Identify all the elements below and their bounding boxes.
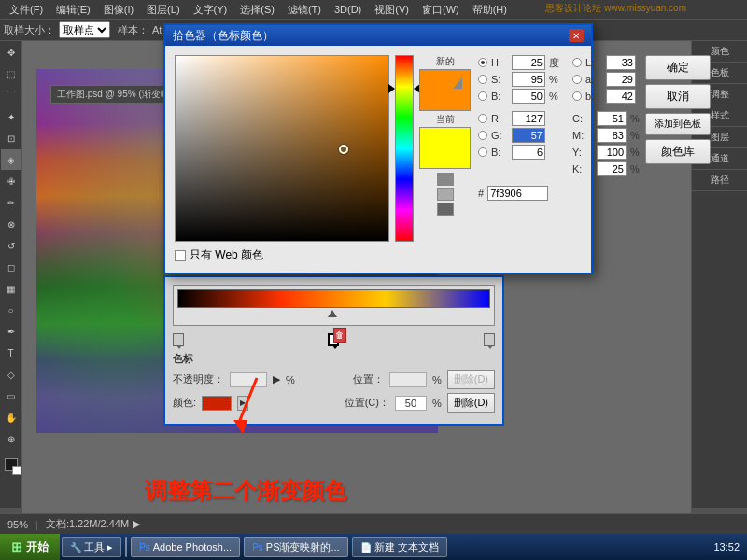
web-only-checkbox[interactable] xyxy=(175,250,186,261)
menu-view[interactable]: 视图(V) xyxy=(369,3,415,17)
tool-history[interactable]: ↺ xyxy=(1,235,21,256)
k-unit: % xyxy=(630,163,640,175)
blue-row: B: xyxy=(478,145,559,160)
b2-row: b: xyxy=(572,89,640,104)
position-pct-2: % xyxy=(432,398,442,409)
new-swatch-label: 新的 xyxy=(436,55,455,68)
color-field[interactable] xyxy=(175,55,389,242)
add-to-swatches-button[interactable]: 添加到色板 xyxy=(645,113,711,135)
photoshop-window: 文件(F) 编辑(E) 图像(I) 图层(L) 文字(Y) 选择(S) 滤镜(T… xyxy=(0,0,747,560)
web-color-row: 只有 Web 颜色 xyxy=(175,247,389,263)
sample-size-select[interactable]: 取样点 xyxy=(59,21,110,38)
hex-input[interactable] xyxy=(487,186,548,201)
y-input[interactable] xyxy=(597,145,627,160)
menu-window[interactable]: 窗口(W) xyxy=(416,3,465,17)
blue-radio[interactable] xyxy=(478,147,487,157)
tool-heal[interactable]: ✙ xyxy=(1,171,21,191)
tool-lasso[interactable]: ⌒ xyxy=(1,85,21,105)
ok-button[interactable]: 确定 xyxy=(645,55,711,80)
r-input[interactable] xyxy=(512,111,545,126)
blue-label: B: xyxy=(491,147,508,158)
color-box[interactable] xyxy=(202,396,232,411)
tool-pen[interactable]: ✒ xyxy=(1,321,21,342)
gradient-stop-top-1[interactable] xyxy=(328,310,337,317)
tool-move[interactable]: ✥ xyxy=(1,42,21,63)
s-radio[interactable] xyxy=(478,75,487,84)
menu-image[interactable]: 图像(I) xyxy=(98,3,139,17)
c-label: C: xyxy=(572,113,593,124)
gradient-bar[interactable] xyxy=(177,289,490,308)
k-input[interactable] xyxy=(597,161,627,176)
b2-radio[interactable] xyxy=(572,91,582,101)
a-radio[interactable] xyxy=(572,75,582,84)
r-radio[interactable] xyxy=(478,114,487,123)
blue-input[interactable] xyxy=(512,145,545,160)
b-input[interactable] xyxy=(512,89,545,104)
menu-help[interactable]: 帮助(H) xyxy=(467,3,513,17)
gradient-stop-bottom-right[interactable] xyxy=(484,333,495,346)
tool-zoom[interactable]: ⊕ xyxy=(1,428,21,449)
tool-dodge[interactable]: ○ xyxy=(1,300,21,320)
menu-layer[interactable]: 图层(L) xyxy=(141,3,185,17)
tool-stamp[interactable]: ⊗ xyxy=(1,214,21,234)
menu-edit[interactable]: 编辑(E) xyxy=(50,3,96,17)
start-button[interactable]: ⊞ 开始 xyxy=(0,534,60,560)
color-library-button[interactable]: 颜色库 xyxy=(645,139,711,164)
new-color-swatch[interactable] xyxy=(419,69,471,111)
taskbar-photoshop[interactable]: Ps Adobe Photosh... xyxy=(131,537,240,557)
tool-crop[interactable]: ⊡ xyxy=(1,128,21,148)
l-input[interactable] xyxy=(606,55,636,70)
trash-icon[interactable]: 🗑 xyxy=(330,329,346,343)
position-input-2[interactable] xyxy=(395,396,427,411)
b-radio[interactable] xyxy=(478,91,487,101)
icon-swatch-3 xyxy=(437,203,454,216)
tool-brush[interactable]: ✏ xyxy=(1,192,21,213)
h-input[interactable] xyxy=(512,55,545,70)
dialog-body: 只有 Web 颜色 新的 当前 xyxy=(165,46,591,273)
tool-gradient[interactable]: ▦ xyxy=(1,278,21,299)
red-arrow-annotation xyxy=(229,369,285,446)
h-row: H: 度 xyxy=(478,55,559,70)
values-and-buttons: H: 度 S: % xyxy=(478,55,711,176)
h-radio[interactable] xyxy=(478,58,487,67)
l-label: L: xyxy=(585,57,602,68)
tool-eyedropper[interactable]: ◈ xyxy=(1,149,21,170)
c-input[interactable] xyxy=(597,111,627,126)
hue-slider[interactable] xyxy=(395,55,414,242)
menu-file[interactable]: 文件(F) xyxy=(4,3,49,17)
b2-input[interactable] xyxy=(606,89,636,104)
g-input[interactable] xyxy=(512,128,545,143)
hex-symbol: # xyxy=(478,188,484,199)
tool-hand[interactable]: ✋ xyxy=(1,407,21,427)
menu-filter[interactable]: 滤镜(T) xyxy=(282,3,327,17)
m-input[interactable] xyxy=(597,128,627,143)
taskbar: ⊞ 开始 🔧 工具 ▸ Ps Adobe Photosh... Ps PS渐变映… xyxy=(0,534,747,560)
tool-select[interactable]: ⬚ xyxy=(1,63,21,84)
m-row: M: % xyxy=(572,128,640,143)
s-input[interactable] xyxy=(512,72,545,87)
taskbar-ps-gradient[interactable]: Ps PS渐变映射的... xyxy=(244,537,348,557)
menu-3d[interactable]: 3D(D) xyxy=(329,4,367,15)
tool-fg-color[interactable] xyxy=(1,455,21,475)
c-row: C: % xyxy=(572,111,640,126)
g-radio[interactable] xyxy=(478,131,487,140)
tool-wand[interactable]: ✦ xyxy=(1,106,21,127)
gradient-editor: 🗑 色标 不透明度： ▶ % 位置： % 删除(D) xyxy=(163,275,504,426)
taskbar-tools[interactable]: 🔧 工具 ▸ xyxy=(62,537,121,557)
l-radio[interactable] xyxy=(572,58,582,67)
taskbar-new-doc[interactable]: 📄 新建 文本文档 xyxy=(352,537,447,557)
tool-text[interactable]: T xyxy=(1,343,21,363)
position-label-1: 位置： xyxy=(353,372,384,386)
g-row: G: xyxy=(478,128,559,143)
menu-text[interactable]: 文字(Y) xyxy=(188,3,233,17)
m-label: M: xyxy=(572,130,593,141)
delete-button-2[interactable]: 删除(D) xyxy=(447,393,495,413)
menu-select[interactable]: 选择(S) xyxy=(234,3,280,17)
gradient-stop-bottom-left[interactable] xyxy=(173,333,184,346)
cancel-button[interactable]: 取消 xyxy=(645,84,711,109)
tool-eraser[interactable]: ◻ xyxy=(1,257,21,277)
a-input[interactable] xyxy=(606,72,636,87)
tool-path[interactable]: ◇ xyxy=(1,364,21,385)
close-button[interactable]: ✕ xyxy=(569,29,584,42)
tool-shape[interactable]: ▭ xyxy=(1,385,21,406)
